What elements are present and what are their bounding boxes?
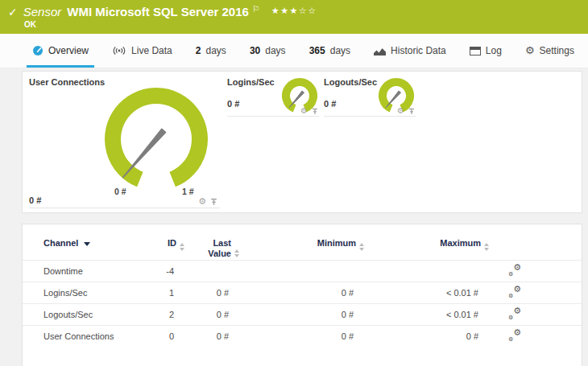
tab-label: Historic Data bbox=[391, 45, 446, 56]
sort-caret-down-icon bbox=[84, 242, 90, 246]
gauge-settings-gear-icon[interactable]: ⚙ bbox=[300, 107, 308, 115]
tab-historic-data[interactable]: Historic Data bbox=[368, 34, 452, 68]
sort-updown-icon bbox=[234, 249, 239, 257]
tab-overview[interactable]: Overview bbox=[27, 34, 94, 68]
status-badge: OK bbox=[24, 20, 36, 29]
channel-last-value bbox=[176, 260, 230, 282]
gauge-icon bbox=[32, 45, 43, 56]
status-check-icon: ✓ bbox=[8, 5, 18, 19]
gauge-scale-max: 1 # bbox=[182, 187, 194, 196]
log-icon bbox=[470, 47, 481, 56]
pin-icon[interactable] bbox=[210, 198, 217, 206]
column-header-last-value[interactable]: Last Value bbox=[176, 224, 230, 260]
tab-settings[interactable]: ⚙ Settings bbox=[520, 34, 580, 68]
sensor-header-line: ✓ Sensor WMI Microsoft SQL Server 2016 ⚐… bbox=[0, 0, 588, 19]
mini-gauge-value: 0 # bbox=[227, 99, 239, 109]
table-row-user-connections[interactable]: User Connections 0 0 # 0 # 0 # ⚙⚙ bbox=[23, 325, 582, 347]
sort-updown-icon bbox=[180, 243, 184, 251]
tab-label: Settings bbox=[540, 45, 574, 56]
sensor-header: ✓ Sensor WMI Microsoft SQL Server 2016 ⚐… bbox=[0, 0, 588, 34]
tab-label: days bbox=[330, 45, 350, 56]
tab-bar: Overview Live Data 2 days 30 days 365 da… bbox=[0, 34, 588, 68]
tab-label: Log bbox=[486, 45, 502, 56]
logins-gauge-block: Logins/Sec 0 # ⚙ bbox=[227, 77, 319, 117]
primary-gauge-block: User Connections 0 # 1 # 0 # ⚙ bbox=[29, 77, 220, 208]
edit-channel-gears-icon[interactable]: ⚙⚙ bbox=[508, 308, 521, 319]
logouts-gauge-block: Logouts/Sec 0 # ⚙ bbox=[324, 77, 416, 117]
sensor-kind-label: Sensor bbox=[23, 5, 62, 19]
edit-channel-gears-icon[interactable]: ⚙⚙ bbox=[508, 286, 521, 298]
channel-last-value: 0 # bbox=[176, 325, 230, 347]
channel-table-panel: Channel ID Last Value Minimum Maximum bbox=[22, 224, 582, 366]
table-row-logins-sec[interactable]: Logins/Sec 1 0 # 0 # < 0.01 # ⚙⚙ bbox=[23, 282, 582, 303]
channel-id: 0 bbox=[151, 325, 176, 347]
channel-id: -4 bbox=[151, 260, 176, 282]
column-header-id[interactable]: ID bbox=[151, 224, 176, 260]
live-icon bbox=[112, 46, 126, 56]
tab-label: Overview bbox=[48, 45, 89, 56]
gauge-settings-gear-icon[interactable]: ⚙ bbox=[397, 107, 404, 115]
gauge-settings-gear-icon[interactable]: ⚙ bbox=[198, 197, 206, 206]
tab-log[interactable]: Log bbox=[464, 34, 507, 68]
tab-365-days[interactable]: 365 days bbox=[304, 34, 356, 68]
channel-id: 2 bbox=[151, 303, 176, 325]
flag-icon[interactable]: ⚐ bbox=[252, 5, 260, 14]
priority-stars[interactable]: ★★★☆☆ bbox=[271, 5, 317, 18]
channel-name: User Connections bbox=[23, 325, 151, 347]
channel-last-value: 0 # bbox=[176, 303, 230, 325]
table-row-logouts-sec[interactable]: Logouts/Sec 2 0 # 0 # < 0.01 # ⚙⚙ bbox=[23, 303, 582, 325]
sensor-title: WMI Microsoft SQL Server 2016 bbox=[67, 5, 249, 19]
channel-maximum bbox=[355, 260, 480, 282]
gear-icon: ⚙ bbox=[525, 46, 535, 56]
channel-table-header-row: Channel ID Last Value Minimum Maximum bbox=[23, 224, 582, 260]
sort-updown-icon bbox=[359, 243, 364, 251]
area-chart-icon bbox=[374, 47, 386, 56]
gauge-scale-min: 0 # bbox=[114, 187, 126, 196]
tab-30-days[interactable]: 30 days bbox=[244, 34, 292, 68]
channel-last-value: 0 # bbox=[176, 282, 230, 303]
tab-live-data[interactable]: Live Data bbox=[106, 34, 178, 68]
channel-maximum: 0 # bbox=[355, 325, 480, 347]
channel-id: 1 bbox=[151, 282, 176, 303]
tab-2-days[interactable]: 2 days bbox=[190, 34, 232, 68]
column-header-minimum[interactable]: Minimum bbox=[230, 224, 355, 260]
gauges-panel: User Connections 0 # 1 # 0 # ⚙ Logins/Se… bbox=[22, 71, 582, 213]
edit-channel-gears-icon[interactable]: ⚙⚙ bbox=[508, 330, 521, 341]
channel-name: Logins/Sec bbox=[23, 282, 151, 303]
channel-name: Logouts/Sec bbox=[23, 303, 151, 325]
primary-gauge-value: 0 # bbox=[29, 195, 41, 205]
channel-table: Channel ID Last Value Minimum Maximum bbox=[23, 224, 582, 347]
column-header-maximum[interactable]: Maximum bbox=[355, 224, 480, 260]
tab-label: days bbox=[265, 45, 285, 56]
mini-gauge-value: 0 # bbox=[324, 99, 336, 109]
pin-icon[interactable] bbox=[312, 108, 318, 115]
pin-icon[interactable] bbox=[408, 108, 415, 115]
tab-label: days bbox=[206, 45, 226, 56]
user-connections-gauge bbox=[100, 81, 213, 194]
channel-minimum: 0 # bbox=[230, 325, 355, 347]
column-header-actions bbox=[480, 224, 582, 260]
sort-updown-icon bbox=[484, 243, 489, 251]
edit-channel-gears-icon[interactable]: ⚙⚙ bbox=[508, 265, 521, 276]
tab-label: Live Data bbox=[131, 45, 172, 56]
channel-minimum bbox=[230, 260, 355, 282]
channel-maximum: < 0.01 # bbox=[355, 282, 480, 303]
channel-maximum: < 0.01 # bbox=[355, 303, 480, 325]
channel-minimum: 0 # bbox=[230, 282, 355, 303]
table-row-downtime[interactable]: Downtime -4 ⚙⚙ bbox=[23, 260, 582, 282]
channel-minimum: 0 # bbox=[230, 303, 355, 325]
channel-name: Downtime bbox=[23, 260, 151, 282]
column-header-channel[interactable]: Channel bbox=[23, 224, 151, 260]
